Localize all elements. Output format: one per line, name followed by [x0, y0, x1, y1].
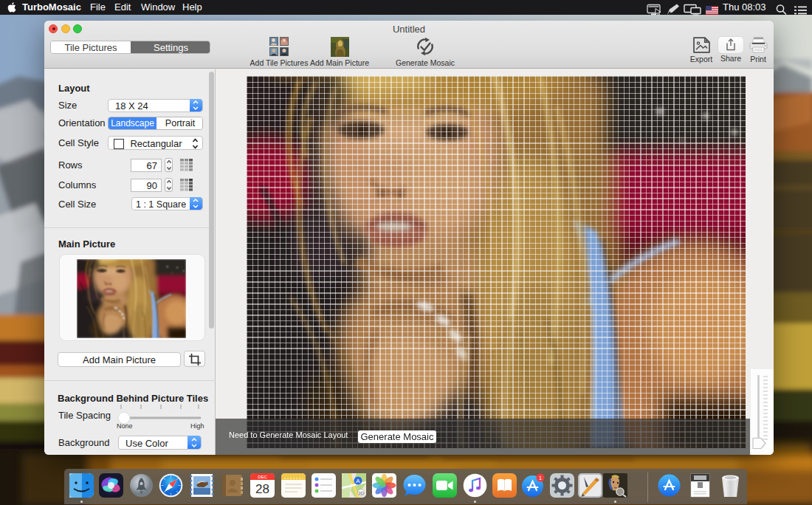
svg-text:28: 28 [255, 482, 269, 496]
svg-text:1: 1 [538, 475, 542, 481]
svg-text:A: A [356, 478, 360, 484]
svg-text:DEC: DEC [258, 475, 267, 479]
svg-text:3D: 3D [358, 491, 364, 495]
